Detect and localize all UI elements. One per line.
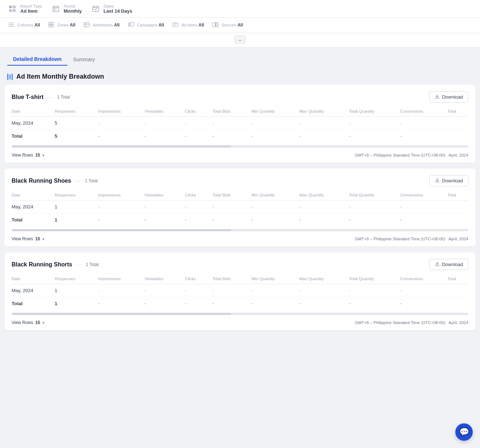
scroll-bar[interactable] xyxy=(12,313,468,315)
cell-conversions: - xyxy=(397,117,444,130)
collapse-row: ⌄ xyxy=(0,33,480,47)
total-total-quantity: - xyxy=(346,297,397,310)
total-min-quantity: - xyxy=(249,130,297,143)
total-total xyxy=(444,130,468,143)
total-row: Total 5 - - - - - - - - xyxy=(12,130,468,143)
cell-max-quantity: - xyxy=(296,284,346,297)
tab-detailed-breakdown[interactable]: Detailed Breakdown xyxy=(7,53,67,66)
filter-advertisers[interactable]: Advertisers All xyxy=(83,21,120,29)
filter-ad-items[interactable]: Ad Items All xyxy=(171,21,204,29)
total-responses: 1 xyxy=(52,213,95,227)
col-total-bids: Total Bids xyxy=(210,191,249,200)
card-dots-menu[interactable]: ··· xyxy=(76,262,82,267)
total-viewables: - xyxy=(141,130,182,143)
report-table: Date Responses Impressions Viewables Cli… xyxy=(12,191,468,226)
view-rows-control[interactable]: View Rows 15 ▾ xyxy=(12,153,44,158)
col-total-quantity: Total Quantity xyxy=(346,107,397,117)
svg-rect-2 xyxy=(9,9,12,12)
col-date: Date xyxy=(12,191,52,200)
card-total: 1 Total xyxy=(57,95,70,100)
total-max-quantity: - xyxy=(296,297,346,310)
campaigns-label: Campaigns xyxy=(137,23,157,27)
cell-max-quantity: - xyxy=(296,117,346,130)
period-value: Monthly xyxy=(64,8,82,14)
filter-dates[interactable]: Dates Last 14 Days xyxy=(91,4,133,14)
campaigns-value: All xyxy=(158,22,164,28)
cell-clicks: - xyxy=(182,117,210,130)
filter-zones[interactable]: Zones All xyxy=(47,21,75,29)
rows-count: 15 xyxy=(35,153,40,158)
card-total: 1 Total xyxy=(86,262,99,267)
col-total-quantity: Total Quantity xyxy=(346,191,397,200)
card-footer: View Rows 15 ▾ GMT+8 – Philippine Standa… xyxy=(12,316,468,330)
download-label: Download xyxy=(442,94,463,100)
scroll-thumb xyxy=(12,229,231,231)
total-max-quantity: - xyxy=(296,130,346,143)
scroll-bar[interactable] xyxy=(12,145,468,148)
tab-summary[interactable]: Summary xyxy=(67,53,101,66)
download-label: Download xyxy=(442,178,463,183)
card-dots-menu[interactable]: ··· xyxy=(75,178,81,184)
cell-min-quantity: - xyxy=(249,284,297,297)
cell-impressions: - xyxy=(95,284,141,297)
total-label: Total xyxy=(12,130,52,143)
sources-value: All xyxy=(237,22,243,28)
download-button[interactable]: Download xyxy=(429,91,468,103)
filter-sources[interactable]: Sources All xyxy=(211,21,243,29)
cards-container: Blue T-shirt ··· 1 Total Download Date R… xyxy=(0,85,480,330)
card-dots-menu[interactable]: ··· xyxy=(47,94,54,100)
col-responses: Responses xyxy=(52,191,95,200)
zones-icon xyxy=(47,21,55,29)
col-viewables: Viewables xyxy=(141,191,182,200)
rows-count: 15 xyxy=(35,320,40,325)
download-button[interactable]: Download xyxy=(429,259,468,270)
filter-period[interactable]: Period Monthly xyxy=(51,4,82,14)
card-title-group: Black Running Shorts ··· 1 Total xyxy=(12,261,99,268)
scroll-bar[interactable] xyxy=(12,229,468,231)
total-min-quantity: - xyxy=(249,297,297,310)
zones-label: Zones xyxy=(57,23,69,27)
chevron-down-icon: ▾ xyxy=(42,321,44,325)
total-impressions: - xyxy=(95,130,141,143)
report-table: Date Responses Impressions Viewables Cli… xyxy=(12,107,468,142)
svg-rect-8 xyxy=(54,9,55,10)
filter-columns[interactable]: Columns All xyxy=(7,21,40,29)
card-title: Black Running Shorts xyxy=(12,261,72,268)
card-header-black-running-shoes: Black Running Shoes ··· 1 Total Download xyxy=(12,175,468,186)
total-clicks: - xyxy=(182,297,210,310)
card-total: 1 Total xyxy=(85,178,98,183)
svg-rect-11 xyxy=(92,7,99,12)
report-type-text: Report Type Ad Item xyxy=(20,4,42,14)
cell-total xyxy=(444,200,468,213)
zones-value: All xyxy=(70,22,75,28)
report-type-label: Report Type xyxy=(20,4,42,8)
card-blue-tshirt: Blue T-shirt ··· 1 Total Download Date R… xyxy=(4,85,476,163)
download-button[interactable]: Download xyxy=(429,175,468,186)
view-rows-control[interactable]: View Rows 15 ▾ xyxy=(12,236,44,241)
filter-report-type[interactable]: Report Type Ad Item xyxy=(7,4,42,14)
view-rows-control[interactable]: View Rows 15 ▾ xyxy=(12,320,44,325)
card-footer: View Rows 15 ▾ GMT+8 – Philippine Standa… xyxy=(12,233,468,246)
advertisers-label: Advertisers xyxy=(93,23,113,27)
total-responses: 5 xyxy=(52,130,95,143)
filter-campaigns[interactable]: Campaigns All xyxy=(127,21,164,29)
col-clicks: Clicks xyxy=(182,191,210,200)
col-responses: Responses xyxy=(52,274,95,284)
card-title-group: Black Running Shoes ··· 1 Total xyxy=(12,178,98,184)
svg-rect-25 xyxy=(173,23,178,27)
col-conversions: Conversions xyxy=(397,191,444,200)
ad-items-icon xyxy=(171,21,179,29)
advertisers-text: Advertisers All xyxy=(93,22,120,28)
collapse-button[interactable]: ⌄ xyxy=(235,36,245,43)
cell-total xyxy=(444,117,468,130)
period-label: Period xyxy=(64,4,82,8)
report-type-value: Ad Item xyxy=(20,8,42,14)
card-footer: View Rows 15 ▾ GMT+8 – Philippine Standa… xyxy=(12,149,468,163)
card-black-running-shorts: Black Running Shorts ··· 1 Total Downloa… xyxy=(4,252,476,330)
timezone-info: GMT+8 – Philippine Standard Time (UTC+08… xyxy=(355,320,468,325)
cell-total-bids: - xyxy=(210,200,249,213)
columns-icon xyxy=(7,21,15,29)
total-total-quantity: - xyxy=(346,213,397,227)
total-row: Total 1 - - - - - - - - xyxy=(12,297,468,310)
table-row: May, 2024 1 - - - - - - - - xyxy=(12,200,468,213)
